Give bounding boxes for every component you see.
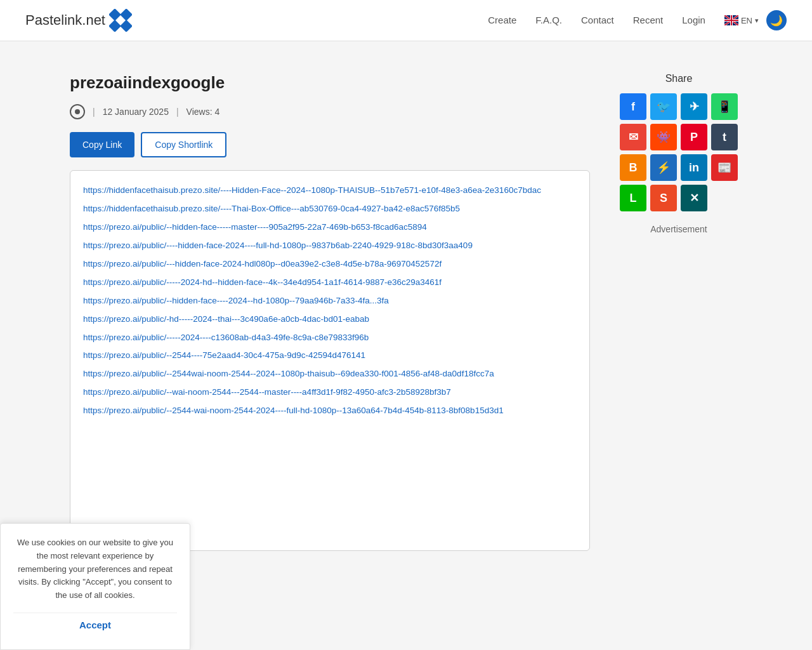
share-diigo-button[interactable]: ⚡	[650, 154, 677, 181]
share-linkedin-button[interactable]: in	[681, 154, 707, 181]
nav-create[interactable]: Create	[488, 15, 516, 25]
nav-recent[interactable]: Recent	[633, 15, 664, 25]
dark-mode-toggle[interactable]: 🌙	[766, 10, 787, 30]
share-reddit-button[interactable]: 👾	[650, 124, 677, 150]
share-blogger-button[interactable]: B	[620, 154, 646, 181]
paste-views: Views: 4	[187, 107, 220, 117]
svg-rect-12	[724, 20, 738, 21]
paste-link[interactable]: https://prezo.ai/public/--wai-noom-2544-…	[83, 385, 577, 400]
paste-date: 12 January 2025	[103, 107, 169, 117]
logo[interactable]: Pastelink.net	[25, 9, 132, 32]
advertisement-section: Advertisement	[615, 224, 742, 234]
svg-rect-2	[109, 20, 121, 32]
share-stumble-button[interactable]: S	[650, 185, 677, 211]
share-pinterest-button[interactable]: P	[681, 124, 707, 150]
sidebar: Share f🐦✈📱✉👾PtB⚡in📰LS✕ Advertisement	[615, 73, 742, 551]
navbar: Pastelink.net Create F.A.Q. Contact Rece…	[0, 0, 812, 41]
views-eye-icon	[70, 104, 85, 119]
svg-rect-0	[109, 9, 121, 21]
share-title: Share	[615, 73, 742, 84]
paste-link[interactable]: https://prezo.ai/public/-----2024----c13…	[83, 331, 577, 345]
share-grid: f🐦✈📱✉👾PtB⚡in📰LS✕	[615, 93, 742, 211]
svg-rect-3	[120, 20, 132, 32]
ad-label: Advertisement	[650, 224, 707, 234]
logo-brand: Pastelink	[25, 12, 82, 28]
logo-icon	[109, 9, 132, 32]
svg-rect-1	[120, 9, 132, 21]
share-twitter-button[interactable]: 🐦	[650, 93, 677, 120]
logo-text: Pastelink.net	[25, 12, 105, 29]
share-email-button[interactable]: ✉	[620, 124, 646, 150]
paste-link[interactable]: https://prezo.ai/public/----hidden-face-…	[83, 239, 577, 253]
share-line-button[interactable]: L	[620, 185, 646, 211]
action-buttons: Copy Link Copy Shortlink	[70, 132, 590, 157]
paste-title: prezoaiindexgoogle	[70, 73, 590, 93]
lang-chevron-icon: ▾	[755, 17, 759, 25]
nav-faq[interactable]: F.A.Q.	[535, 15, 562, 25]
nav-links: Create F.A.Q. Contact Recent Login	[488, 15, 705, 26]
nav-contact[interactable]: Contact	[581, 15, 614, 25]
share-whatsapp-button[interactable]: 📱	[711, 93, 738, 120]
separator-2: |	[176, 107, 179, 117]
paste-link[interactable]: https://prezo.ai/public/---hidden-face-2…	[83, 257, 577, 272]
share-xing-button[interactable]: ✕	[681, 185, 707, 211]
nav-login[interactable]: Login	[682, 15, 705, 25]
cookie-banner: We use cookies on our website to give yo…	[0, 523, 190, 583]
nav-right: EN ▾ 🌙	[724, 10, 787, 30]
paste-link[interactable]: https://prezo.ai/public/--2544----75e2aa…	[83, 348, 577, 363]
flag-uk-icon	[724, 15, 738, 25]
main-content: prezoaiindexgoogle | 12 January 2025 | V…	[70, 73, 590, 551]
cookie-text: We use cookies on our website to give yo…	[13, 536, 177, 583]
paste-link[interactable]: https://prezo.ai/public/--hidden-face---…	[83, 294, 577, 308]
share-tumblr-button[interactable]: t	[711, 124, 738, 150]
paste-content-box: https://hiddenfacethaisub.prezo.site/---…	[70, 170, 590, 551]
main-container: prezoaiindexgoogle | 12 January 2025 | V…	[57, 41, 755, 583]
copy-link-button[interactable]: Copy Link	[70, 132, 134, 157]
share-flipboard-button[interactable]: 📰	[711, 154, 738, 181]
paste-link[interactable]: https://hiddenfacethaisub.prezo.site/---…	[83, 202, 577, 216]
lang-label: EN	[741, 16, 752, 25]
moon-icon: 🌙	[770, 15, 783, 27]
paste-link[interactable]: https://hiddenfacethaisub.prezo.site/---…	[83, 183, 577, 198]
paste-link[interactable]: https://prezo.ai/public/-----2024-hd--hi…	[83, 275, 577, 290]
logo-ext: .net	[82, 12, 105, 28]
copy-shortlink-button[interactable]: Copy Shortlink	[141, 132, 226, 157]
share-facebook-button[interactable]: f	[620, 93, 646, 120]
separator-1: |	[93, 107, 95, 117]
paste-link[interactable]: https://prezo.ai/public/-hd-----2024--th…	[83, 312, 577, 327]
language-selector[interactable]: EN ▾	[724, 15, 759, 25]
paste-link[interactable]: https://prezo.ai/public/--2544wai-noom-2…	[83, 367, 577, 381]
paste-meta: | 12 January 2025 | Views: 4	[70, 104, 590, 119]
paste-link[interactable]: https://prezo.ai/public/--hidden-face---…	[83, 220, 577, 235]
paste-link[interactable]: https://prezo.ai/public/--2544-wai-noom-…	[83, 404, 577, 418]
share-telegram-button[interactable]: ✈	[681, 93, 707, 120]
